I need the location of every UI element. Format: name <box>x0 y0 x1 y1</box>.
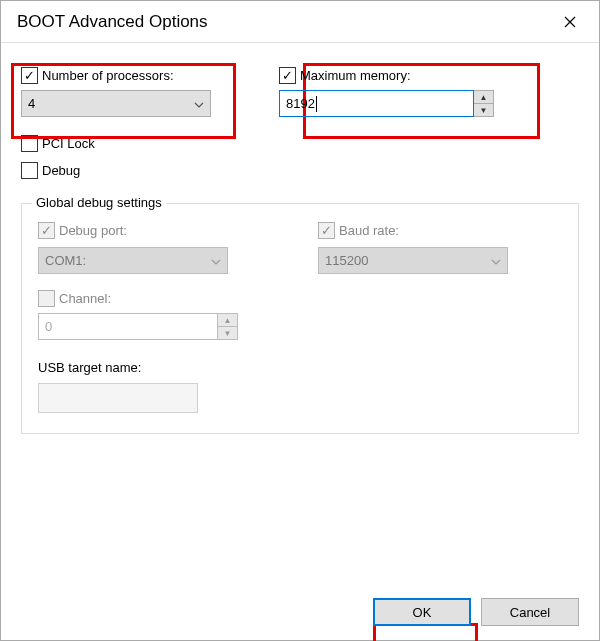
num-processors-group: Number of processors: 4 <box>21 67 211 117</box>
baud-rate-value: 115200 <box>325 253 368 268</box>
spinner-buttons: ▲ ▼ <box>474 90 494 117</box>
baud-rate-label: Baud rate: <box>339 223 399 238</box>
close-button[interactable] <box>547 6 593 38</box>
cancel-button-label: Cancel <box>510 605 550 620</box>
titlebar: BOOT Advanced Options <box>1 1 599 43</box>
num-processors-label: Number of processors: <box>42 68 174 83</box>
ok-button-label: OK <box>413 605 432 620</box>
usb-target-label: USB target name: <box>38 360 562 375</box>
num-processors-value: 4 <box>28 96 35 111</box>
spinner-up-button[interactable]: ▲ <box>474 91 493 103</box>
debug-port-value: COM1: <box>45 253 86 268</box>
simple-checks: PCI Lock Debug <box>21 135 579 179</box>
dialog-buttons: OK Cancel <box>373 598 579 626</box>
debug-port-select: COM1: <box>38 247 228 274</box>
baud-rate-group: Baud rate: 115200 <box>318 222 518 274</box>
spinner-up-button: ▲ <box>218 314 237 326</box>
channel-group: Channel: 0 ▲ ▼ <box>38 290 562 340</box>
spinner-down-button[interactable]: ▼ <box>474 103 493 116</box>
spinner-buttons: ▲ ▼ <box>218 313 238 340</box>
cancel-button[interactable]: Cancel <box>481 598 579 626</box>
max-memory-label: Maximum memory: <box>300 68 411 83</box>
window-title: BOOT Advanced Options <box>17 12 547 32</box>
dialog-window: BOOT Advanced Options Number of processo… <box>0 0 600 641</box>
chevron-down-icon <box>211 255 221 267</box>
pci-lock-checkbox[interactable] <box>21 135 38 152</box>
chevron-down-icon <box>194 98 204 110</box>
debug-port-label: Debug port: <box>59 223 127 238</box>
global-debug-fieldset: Global debug settings Debug port: COM1: <box>21 203 579 434</box>
ok-button[interactable]: OK <box>373 598 471 626</box>
debug-port-checkbox <box>38 222 55 239</box>
text-caret <box>316 96 317 112</box>
usb-target-group: USB target name: <box>38 360 562 413</box>
debug-port-group: Debug port: COM1: <box>38 222 238 274</box>
dialog-content: Number of processors: 4 Maximum memory: … <box>1 43 599 640</box>
baud-rate-checkbox <box>318 222 335 239</box>
max-memory-checkbox[interactable] <box>279 67 296 84</box>
global-debug-legend: Global debug settings <box>32 195 166 210</box>
channel-label: Channel: <box>59 291 111 306</box>
chevron-down-icon <box>491 255 501 267</box>
debug-checkbox[interactable] <box>21 162 38 179</box>
channel-value: 0 <box>45 319 52 334</box>
max-memory-input[interactable]: 8192 <box>279 90 474 117</box>
num-processors-select[interactable]: 4 <box>21 90 211 117</box>
spinner-down-button: ▼ <box>218 326 237 339</box>
top-row: Number of processors: 4 Maximum memory: … <box>21 67 579 117</box>
num-processors-checkbox[interactable] <box>21 67 38 84</box>
channel-input: 0 <box>38 313 218 340</box>
debug-label: Debug <box>42 163 80 178</box>
channel-spinner: 0 ▲ ▼ <box>38 313 238 340</box>
baud-rate-select: 115200 <box>318 247 508 274</box>
close-icon <box>564 16 576 28</box>
max-memory-value: 8192 <box>286 96 315 111</box>
max-memory-group: Maximum memory: 8192 ▲ ▼ <box>279 67 494 117</box>
usb-target-input <box>38 383 198 413</box>
pci-lock-label: PCI Lock <box>42 136 95 151</box>
channel-checkbox <box>38 290 55 307</box>
max-memory-spinner[interactable]: 8192 ▲ ▼ <box>279 90 494 117</box>
